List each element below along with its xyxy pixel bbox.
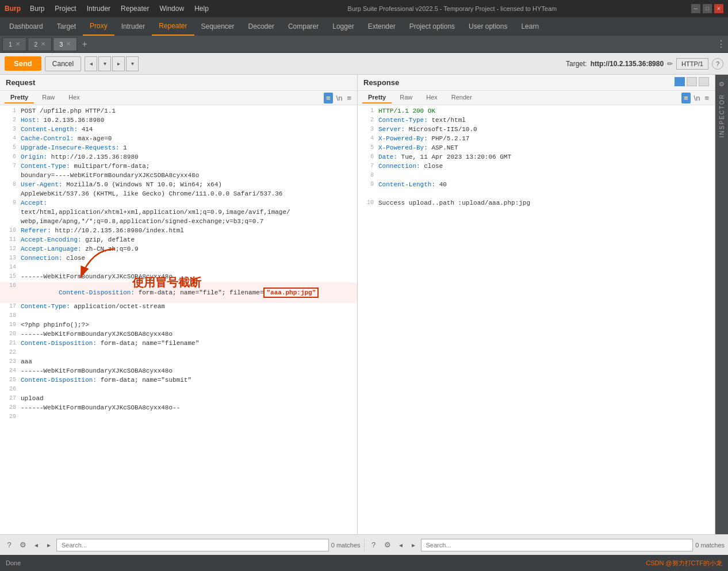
tab-3-close[interactable]: ✕ xyxy=(66,41,71,47)
code-line-22: 22 xyxy=(0,349,357,358)
request-header: Request xyxy=(0,75,357,91)
request-search-help-icon[interactable]: ? xyxy=(3,541,15,549)
response-newline-icon[interactable]: \n xyxy=(693,93,702,104)
request-tab-hex[interactable]: Hex xyxy=(63,92,86,104)
request-newline-icon[interactable]: \n xyxy=(335,93,344,104)
response-search-help-icon[interactable]: ? xyxy=(368,541,380,549)
response-pretty-icon[interactable]: ≡ xyxy=(681,93,691,104)
code-line-18: 18 xyxy=(0,312,357,321)
nav-learn[interactable]: Learn xyxy=(514,17,546,36)
resp-line-9: 9Content-Length: 40 xyxy=(358,181,715,190)
response-tab-hex[interactable]: Hex xyxy=(420,92,443,104)
nav-dashboard[interactable]: Dashboard xyxy=(2,17,50,36)
response-tab-icons: ≡ \n ≡ xyxy=(681,93,710,104)
nav-intruder[interactable]: Intruder xyxy=(114,17,152,36)
inspector-label[interactable]: INSPECTOR xyxy=(719,94,725,137)
nav-forward-button[interactable]: ▸ xyxy=(112,56,125,71)
nav-repeater[interactable]: Repeater xyxy=(152,17,194,36)
code-line-26: 26 xyxy=(0,386,357,395)
resp-line-3: 3Server: Microsoft-IIS/10.0 xyxy=(358,126,715,135)
titlebar-controls[interactable]: ─ □ ✕ xyxy=(691,4,723,13)
request-pretty-icon[interactable]: ≡ xyxy=(324,93,333,104)
code-line-19: 19<?php phpinfo();?> xyxy=(0,321,357,331)
nav-decoder[interactable]: Decoder xyxy=(242,17,281,36)
target-url: http://10.2.135.36:8980 xyxy=(591,60,664,68)
request-tab-pretty[interactable]: Pretty xyxy=(5,92,34,104)
nav-logger[interactable]: Logger xyxy=(325,17,361,36)
resp-line-1: 1HTTP/1.1 200 OK xyxy=(358,108,715,117)
nav-extender[interactable]: Extender xyxy=(361,17,403,36)
code-line-24: 24------WebKitFormBoundaryXJKcSOBA8cyxx4… xyxy=(0,367,357,377)
response-view-split[interactable] xyxy=(675,77,685,86)
request-search-settings-icon[interactable]: ⚙ xyxy=(17,541,29,549)
minimize-btn[interactable]: ─ xyxy=(691,4,700,13)
response-wrap-icon[interactable]: ≡ xyxy=(703,93,710,104)
response-search-settings-icon[interactable]: ⚙ xyxy=(382,541,393,549)
request-search-input[interactable] xyxy=(56,539,329,551)
nav-comparer[interactable]: Comparer xyxy=(281,17,325,36)
tab-1[interactable]: 1 ✕ xyxy=(2,37,26,51)
nav-forward-dropdown-button[interactable]: ▾ xyxy=(126,56,139,71)
response-tab-pretty[interactable]: Pretty xyxy=(362,92,392,104)
nav-proxy[interactable]: Proxy xyxy=(83,17,114,36)
inspector-settings-icon[interactable]: ⚙ xyxy=(719,81,725,88)
request-search-next[interactable]: ▸ xyxy=(44,541,54,549)
resp-line-6: 6Date: Tue, 11 Apr 2023 13:20:06 GMT xyxy=(358,154,715,163)
maximize-btn[interactable]: □ xyxy=(703,4,712,13)
response-search-input[interactable] xyxy=(421,539,693,551)
response-view-horizontal[interactable] xyxy=(687,77,697,86)
menu-project[interactable]: Project xyxy=(50,3,81,14)
tab-more-button[interactable]: ⋮ xyxy=(716,39,726,49)
code-line-8: 8User-Agent: Mozilla/5.0 (Windows NT 10.… xyxy=(0,181,357,190)
request-pane: Request Pretty Raw Hex ≡ \n ≡ 1POST /upf… xyxy=(0,75,358,534)
help-button[interactable]: ? xyxy=(712,58,723,70)
tab-1-close[interactable]: ✕ xyxy=(16,41,20,47)
response-code-area[interactable]: 1HTTP/1.1 200 OK 2Content-Type: text/htm… xyxy=(358,105,715,534)
response-tabs: Pretty Raw Hex Render ≡ \n ≡ xyxy=(358,91,715,105)
statusbar-left: Done xyxy=(6,559,21,566)
tab-1-label: 1 xyxy=(9,41,12,48)
request-tab-raw[interactable]: Raw xyxy=(36,92,60,104)
titlebar-menu[interactable]: Burp Project Intruder Repeater Window He… xyxy=(25,3,213,14)
code-line-12: 12Accept-Language: zh-CN,zh;q=0.9 xyxy=(0,246,357,255)
tab-add-button[interactable]: + xyxy=(78,39,90,49)
inspector-panel[interactable]: ⚙ INSPECTOR xyxy=(715,75,728,534)
code-line-14: 14 xyxy=(0,264,357,273)
tab-3[interactable]: 3 ✕ xyxy=(53,37,77,51)
code-line-28: 28------WebKitFormBoundaryXJKcSOBA8cyxx4… xyxy=(0,404,357,413)
request-search-prev[interactable]: ◂ xyxy=(31,541,41,549)
code-line-20: 20------WebKitFormBoundaryXJKcSOBA8cyxx4… xyxy=(0,331,357,340)
request-wrap-icon[interactable]: ≡ xyxy=(346,93,352,104)
tab-2[interactable]: 2 ✕ xyxy=(28,37,52,51)
request-tab-icons: ≡ \n ≡ xyxy=(324,93,352,104)
code-line-6: 6Origin: http://10.2.135.36:8980 xyxy=(0,154,357,163)
nav-target[interactable]: Target xyxy=(50,17,83,36)
menu-help[interactable]: Help xyxy=(190,3,213,14)
titlebar-title: Burp Suite Professional v2022.5 - Tempor… xyxy=(213,5,691,12)
nav-sequencer[interactable]: Sequencer xyxy=(194,17,242,36)
cancel-button[interactable]: Cancel xyxy=(45,56,81,71)
response-view-vertical[interactable] xyxy=(699,77,709,86)
nav-project-options[interactable]: Project options xyxy=(403,17,462,36)
http-version[interactable]: HTTP/1 xyxy=(676,58,708,70)
nav-user-options[interactable]: User options xyxy=(462,17,514,36)
response-tab-render[interactable]: Render xyxy=(446,92,478,104)
menu-window[interactable]: Window xyxy=(155,3,189,14)
toolbar: Send Cancel ◂ ▾ ▸ ▾ Target: http://10.2.… xyxy=(0,53,728,75)
close-btn[interactable]: ✕ xyxy=(714,4,723,13)
menu-repeater[interactable]: Repeater xyxy=(116,3,154,14)
nav-back-button[interactable]: ◂ xyxy=(85,56,97,71)
response-tab-raw[interactable]: Raw xyxy=(394,92,418,104)
menu-burp[interactable]: Burp xyxy=(25,3,49,14)
tab-2-label: 2 xyxy=(34,41,37,48)
request-code-area[interactable]: 1POST /upfile.php HTTP/1.1 2Host: 10.2.1… xyxy=(0,105,357,534)
code-line-9b: text/html,application/xhtml+xml,applicat… xyxy=(0,209,357,218)
tab-2-close[interactable]: ✕ xyxy=(41,41,45,47)
menu-intruder[interactable]: Intruder xyxy=(82,3,115,14)
edit-target-icon[interactable]: ✏ xyxy=(667,60,673,68)
code-line-10: 10Referer: http://10.2.135.36:8980/index… xyxy=(0,227,357,236)
response-search-next[interactable]: ▸ xyxy=(408,541,419,549)
send-button[interactable]: Send xyxy=(5,56,41,71)
response-search-prev[interactable]: ◂ xyxy=(396,541,406,549)
nav-dropdown-button[interactable]: ▾ xyxy=(98,56,111,71)
